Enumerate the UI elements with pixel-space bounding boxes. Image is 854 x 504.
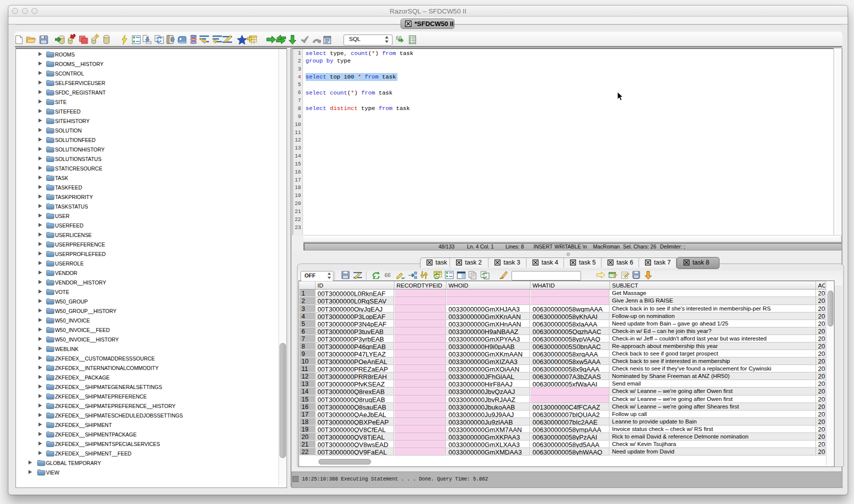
svg-text:66: 66 <box>384 272 391 278</box>
